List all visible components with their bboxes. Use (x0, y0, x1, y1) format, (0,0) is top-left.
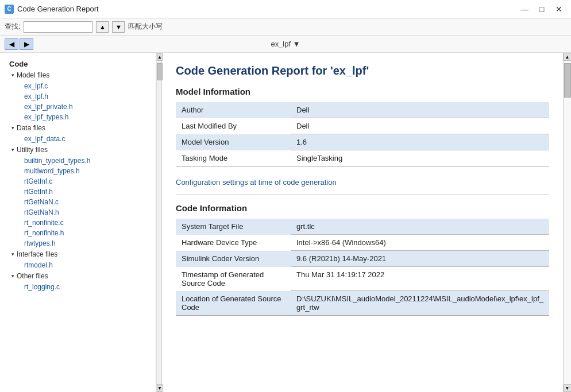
search-input[interactable] (24, 21, 92, 33)
code-info-value-3: Thu Mar 31 14:19:17 2022 (291, 267, 549, 291)
titlebar-left: C Code Generation Report (5, 5, 99, 14)
table-row: Timestamp of Generated Source Code Thu M… (176, 267, 549, 291)
table-row: Model Version 1.6 (176, 134, 549, 150)
nav-model-name[interactable]: ex_lpf ▼ (271, 40, 300, 48)
sidebar-item-rtwtypes_h[interactable]: rtwtypes.h (0, 238, 156, 249)
sidebar-item-ex_lpf_h[interactable]: ex_lpf.h (0, 91, 156, 102)
model-info-value-2: 1.6 (291, 134, 549, 150)
sidebar-scroll-up[interactable]: ▲ (157, 53, 163, 61)
sidebar-item-builtin_typeid_types_h[interactable]: builtin_typeid_types.h (0, 156, 156, 166)
table-row: Tasking Mode SingleTasking (176, 150, 549, 166)
triangle-icon-interface: ▾ (11, 251, 14, 257)
sidebar-group-model-files[interactable]: ▾ Model files (0, 69, 156, 81)
triangle-icon-other: ▾ (11, 273, 14, 279)
model-info-value-3: SingleTasking (291, 150, 549, 166)
sidebar-item-ex_lpf_private_h[interactable]: ex_lpf_private.h (0, 102, 156, 112)
sidebar-group-interface-files[interactable]: ▾ Interface files (0, 249, 156, 260)
sidebar-item-ex_lpf_types_h[interactable]: ex_lpf_types.h (0, 112, 156, 122)
model-info-table: Author Dell Last Modified By Dell Model … (176, 102, 549, 166)
nav-breadcrumb: ex_lpf ▼ (271, 40, 300, 48)
search-down-button[interactable]: ▼ (112, 21, 125, 33)
table-row: System Target File grt.tlc (176, 219, 549, 235)
navbar: ◀ ▶ ex_lpf ▼ (0, 36, 571, 53)
scroll-track (564, 61, 571, 384)
table-row: Last Modified By Dell (176, 118, 549, 134)
sidebar-item-rtGetInf_h[interactable]: rtGetInf.h (0, 187, 156, 197)
sidebar-item-rtGetNaN_h[interactable]: rtGetNaN.h (0, 207, 156, 218)
model-info-value-0: Dell (291, 102, 549, 118)
back-button[interactable]: ◀ (5, 38, 18, 50)
config-settings-link[interactable]: Configuration settings at time of code g… (176, 178, 337, 187)
sidebar-group-utility-files[interactable]: ▾ Utility files (0, 144, 156, 156)
sidebar: Code ▾ Model files ex_lpf.c ex_lpf.h ex_… (0, 53, 156, 392)
table-row: Simulink Coder Version 9.6 (R2021b) 14-M… (176, 251, 549, 267)
code-info-table: System Target File grt.tlc Hardware Devi… (176, 219, 549, 316)
nav-arrows: ◀ ▶ (5, 38, 33, 50)
window-title: Code Generation Report (17, 5, 99, 13)
code-info-label-0: System Target File (176, 219, 291, 235)
table-row: Hardware Device Type Intel->x86-64 (Wind… (176, 235, 549, 251)
sidebar-item-rtmodel_h[interactable]: rtmodel.h (0, 260, 156, 270)
code-info-label-1: Hardware Device Type (176, 235, 291, 251)
content-area: Code Generation Report for 'ex_lpf' Mode… (162, 53, 563, 392)
content-scrollbar[interactable]: ▲ ▼ (563, 53, 571, 392)
code-info-value-1: Intel->x86-64 (Windows64) (291, 235, 549, 251)
scroll-thumb[interactable] (564, 63, 571, 98)
sidebar-item-ex_lpf_c[interactable]: ex_lpf.c (0, 81, 156, 91)
close-button[interactable]: ✕ (551, 3, 566, 15)
search-up-button[interactable]: ▲ (96, 21, 109, 33)
sidebar-item-rt_nonfinite_h[interactable]: rt_nonfinite.h (0, 228, 156, 238)
main-area: Code ▾ Model files ex_lpf.c ex_lpf.h ex_… (0, 53, 571, 392)
model-info-title: Model Information (176, 87, 549, 96)
triangle-icon-data: ▾ (11, 125, 14, 131)
window-controls: — □ ✕ (517, 3, 566, 15)
match-case-label: 匹配大小写 (128, 22, 163, 32)
app-icon: C (5, 5, 14, 14)
search-label: 查找: (5, 22, 20, 32)
sidebar-group-other-files[interactable]: ▾ Other files (0, 270, 156, 282)
page-title: Code Generation Report for 'ex_lpf' (176, 64, 549, 77)
content-scroll: Code Generation Report for 'ex_lpf' Mode… (162, 53, 571, 392)
table-row: Author Dell (176, 102, 549, 118)
titlebar: C Code Generation Report — □ ✕ (0, 0, 571, 18)
sidebar-item-ex_lpf_data_c[interactable]: ex_lpf_data.c (0, 134, 156, 144)
sidebar-item-rtGetNaN_c[interactable]: rtGetNaN.c (0, 197, 156, 207)
code-info-label-3: Timestamp of Generated Source Code (176, 267, 291, 291)
table-row: Location of Generated Source Code D:\SUZ… (176, 291, 549, 316)
sidebar-scroll-thumb[interactable] (157, 63, 163, 80)
sidebar-root-label: Code (0, 57, 156, 69)
code-info-value-4: D:\SUZUKI\MSIL_audioModel_20211224\MSIL_… (291, 291, 549, 316)
sidebar-item-rtGetInf_c[interactable]: rtGetInf.c (0, 176, 156, 187)
scroll-up-button[interactable]: ▲ (564, 53, 572, 61)
code-info-value-2: 9.6 (R2021b) 14-May-2021 (291, 251, 549, 267)
maximize-button[interactable]: □ (534, 3, 549, 15)
model-info-label-3: Tasking Mode (176, 150, 291, 166)
sidebar-item-rt_logging_c[interactable]: rt_logging.c (0, 282, 156, 292)
model-info-label-0: Author (176, 102, 291, 118)
sidebar-group-data-files[interactable]: ▾ Data files (0, 122, 156, 134)
minimize-button[interactable]: — (517, 3, 532, 15)
sidebar-scrollbar[interactable]: ▲ ▼ (156, 53, 162, 392)
search-toolbar: 查找: ▲ ▼ 匹配大小写 (0, 18, 571, 36)
code-info-label-2: Simulink Coder Version (176, 251, 291, 267)
sidebar-item-multiword_types_h[interactable]: multiword_types.h (0, 166, 156, 176)
model-info-label-1: Last Modified By (176, 118, 291, 134)
forward-button[interactable]: ▶ (20, 38, 33, 50)
divider (176, 195, 549, 195)
model-info-value-1: Dell (291, 118, 549, 134)
triangle-icon-utility: ▾ (11, 147, 14, 153)
code-info-label-4: Location of Generated Source Code (176, 291, 291, 316)
code-info-value-0: grt.tlc (291, 219, 549, 235)
scroll-down-button[interactable]: ▼ (564, 384, 572, 392)
model-info-label-2: Model Version (176, 134, 291, 150)
sidebar-item-rt_nonfinite_c[interactable]: rt_nonfinite.c (0, 218, 156, 228)
triangle-icon: ▾ (11, 72, 14, 78)
sidebar-scroll-down[interactable]: ▼ (157, 384, 163, 392)
code-info-title: Code Information (176, 203, 549, 213)
